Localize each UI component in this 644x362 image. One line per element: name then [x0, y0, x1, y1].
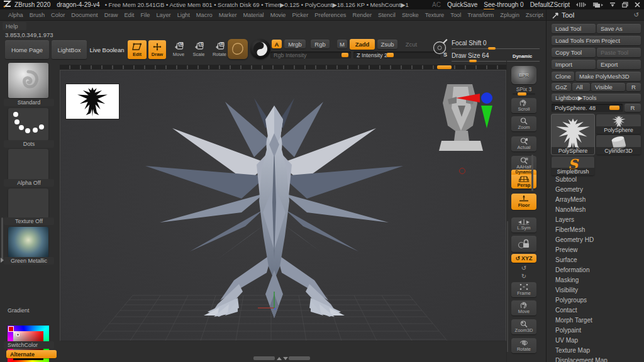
- scroll-up-arrow[interactable]: [277, 357, 282, 360]
- document-canvas[interactable]: [60, 70, 506, 341]
- section-fibermesh[interactable]: FiberMesh: [547, 224, 644, 234]
- tool-thumbnail-simplebrush[interactable]: S SimpleBrush: [552, 156, 594, 175]
- divider-handle[interactable]: [437, 65, 452, 69]
- section-geometry-hd[interactable]: Geometry HD: [547, 234, 644, 244]
- goz-all-button[interactable]: All: [572, 83, 590, 91]
- menu-light[interactable]: Light: [174, 11, 193, 19]
- frame-button[interactable]: Frame: [511, 282, 536, 297]
- current-material-preview[interactable]: [250, 39, 270, 59]
- goz-visible-button[interactable]: Visible: [591, 83, 625, 91]
- minimize-icon[interactable]: [609, 2, 616, 8]
- menu-alpha[interactable]: Alpha: [5, 11, 26, 19]
- zsub-button[interactable]: Zsub: [377, 40, 397, 49]
- spix-slider[interactable]: [513, 93, 535, 95]
- section-polypaint[interactable]: Polypaint: [547, 325, 644, 335]
- scale-mode-button[interactable]: S Scale: [190, 40, 208, 59]
- current-brush-standard[interactable]: [8, 63, 48, 98]
- move-canvas-button[interactable]: Move: [511, 300, 536, 315]
- section-deformation[interactable]: Deformation: [547, 265, 644, 275]
- section-subtool[interactable]: Subtool: [547, 174, 644, 184]
- lightbox-tools-button[interactable]: Lightbox▶Tools: [552, 94, 641, 102]
- draw-size-handle[interactable]: [469, 60, 477, 62]
- lightbox-button[interactable]: LightBox: [52, 40, 87, 59]
- edit-mode-button[interactable]: Edit: [128, 40, 147, 59]
- help-button[interactable]: Help: [3, 22, 26, 30]
- section-polygroups[interactable]: Polygroups: [547, 295, 644, 305]
- actual-button[interactable]: Actual: [511, 136, 536, 151]
- quicksave-button[interactable]: QuickSave: [447, 1, 477, 8]
- menu-render[interactable]: Render: [349, 11, 375, 19]
- import-button[interactable]: Import: [552, 60, 596, 69]
- section-texture-map[interactable]: Texture Map: [547, 345, 644, 355]
- rgb-intensity-slider[interactable]: Rgb Intensity: [270, 52, 351, 58]
- bpr-render-button[interactable]: BPR: [511, 66, 536, 84]
- move-mode-button[interactable]: M Move: [170, 40, 187, 59]
- active-tool-thumbnail[interactable]: PolySphere: [552, 114, 594, 155]
- section-preview[interactable]: Preview: [547, 244, 644, 255]
- mrgb-button[interactable]: Mrgb: [284, 40, 306, 48]
- zoom-button[interactable]: Zoom: [511, 116, 536, 131]
- menu-draw[interactable]: Draw: [101, 11, 121, 19]
- menu-transform[interactable]: Transform: [464, 11, 497, 19]
- save-as-button[interactable]: Save As: [597, 24, 641, 33]
- section-morph-target[interactable]: Morph Target: [547, 315, 644, 325]
- floor-button[interactable]: Floor: [511, 194, 536, 210]
- close-icon[interactable]: [635, 2, 640, 8]
- restore-icon[interactable]: [622, 2, 628, 8]
- menu-movie[interactable]: Movie: [267, 11, 289, 19]
- zcut-button[interactable]: Zcut: [402, 40, 420, 48]
- menu-zplugin[interactable]: Zplugin: [497, 11, 523, 19]
- clone-button[interactable]: Clone: [552, 72, 574, 81]
- palette-cycle-icon[interactable]: ↺: [634, 11, 639, 18]
- spin-y-icon[interactable]: ↺: [511, 265, 536, 272]
- local-symmetry-button[interactable]: L.Sym: [511, 217, 536, 233]
- section-nanomesh[interactable]: NanoMesh: [547, 204, 644, 214]
- menu-texture[interactable]: Texture: [422, 11, 448, 19]
- rgb-button[interactable]: Rgb: [311, 40, 330, 48]
- current-stroke-dots[interactable]: [8, 108, 48, 141]
- menu-preferences[interactable]: Preferences: [311, 11, 349, 19]
- menu-marker[interactable]: Marker: [216, 11, 240, 19]
- load-tool-button[interactable]: Load Tool: [552, 24, 596, 33]
- anchor-a-button[interactable]: A: [272, 40, 282, 48]
- hscroll-left-bar[interactable]: [253, 356, 275, 360]
- dynamic-mode-label[interactable]: Dynamic: [513, 53, 532, 59]
- section-surface[interactable]: Surface: [547, 255, 644, 265]
- m-button[interactable]: M: [337, 40, 347, 48]
- section-geometry[interactable]: Geometry: [547, 184, 644, 194]
- shelf-divider[interactable]: [60, 65, 506, 70]
- left-shelf-scrollbar[interactable]: [1, 217, 3, 261]
- xyz-rotation-button[interactable]: ↺ XYZ: [511, 254, 536, 263]
- default-zscript-button[interactable]: DefaultZScript: [530, 1, 570, 8]
- current-texture-off[interactable]: [8, 189, 48, 219]
- hide-palettes-icon[interactable]: [576, 2, 586, 8]
- focal-shift-slider[interactable]: [452, 48, 540, 49]
- section-displacement-map[interactable]: Displacement Map: [547, 355, 644, 362]
- live-boolean-button[interactable]: Live Boolean: [88, 40, 126, 59]
- section-masking[interactable]: Masking: [547, 275, 644, 285]
- stroke-type-button[interactable]: S: [433, 38, 449, 60]
- see-through-slider[interactable]: See-through 0: [484, 1, 523, 9]
- menu-stencil[interactable]: Stencil: [375, 11, 399, 19]
- draw-mode-button[interactable]: Draw: [148, 40, 166, 59]
- section-contact[interactable]: Contact: [547, 305, 644, 315]
- menu-layer[interactable]: Layer: [153, 11, 174, 19]
- section-visibility[interactable]: Visibility: [547, 285, 644, 295]
- menu-file[interactable]: File: [137, 11, 153, 19]
- menu-tool[interactable]: Tool: [447, 11, 464, 19]
- pivot-lock-button[interactable]: [511, 236, 536, 252]
- right-shelf-scrollbar[interactable]: [531, 155, 533, 191]
- goz-r-button[interactable]: R: [626, 83, 641, 91]
- z-intensity-slider[interactable]: Z Intensity 25: [353, 52, 440, 58]
- home-page-button[interactable]: Home Page: [5, 40, 49, 59]
- tool-thumbnail-cylinder3d[interactable]: Cylinder3D: [596, 135, 641, 155]
- scroll-button[interactable]: Scroll: [511, 98, 536, 113]
- load-tools-from-project-button[interactable]: Load Tools From Project: [552, 36, 641, 45]
- export-button[interactable]: Export: [597, 60, 641, 69]
- menu-color[interactable]: Color: [48, 11, 68, 19]
- spin-z-icon[interactable]: ↻: [511, 273, 536, 280]
- tool-r-button[interactable]: R: [625, 104, 641, 112]
- section-arraymesh[interactable]: ArrayMesh: [547, 194, 644, 204]
- make-polymesh3d-button[interactable]: Make PolyMesh3D: [575, 72, 641, 81]
- zadd-button[interactable]: Zadd: [350, 39, 375, 50]
